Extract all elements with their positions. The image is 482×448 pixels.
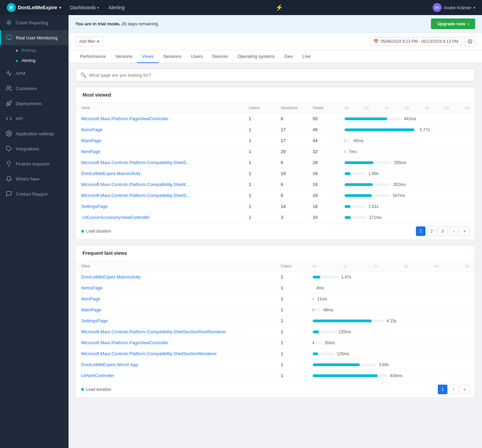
- views-cell: 16: [307, 190, 339, 201]
- view-link[interactable]: DontLetMeExpire.WinUI.App: [76, 359, 275, 370]
- filter-settings-button[interactable]: [465, 36, 475, 47]
- bar-cell: 3.69s: [307, 359, 475, 370]
- sidebar-sub-settings[interactable]: Settings: [0, 45, 69, 55]
- tab-operating-systems[interactable]: Operating systems: [233, 50, 280, 63]
- view-link[interactable]: SettingsPage: [76, 315, 275, 326]
- bell-icon: [5, 175, 12, 182]
- add-filter-icon: +: [97, 39, 99, 44]
- view-link[interactable]: Microsoft.Maui.Controls.Platform.Compati…: [76, 179, 243, 190]
- tab-versions[interactable]: Versions: [110, 50, 137, 63]
- view-link[interactable]: Microsoft.Maui.Controls.Platform.Compati…: [76, 157, 243, 168]
- active-bar: [0, 30, 1, 45]
- page-btn-1[interactable]: 1: [416, 226, 425, 236]
- sessions-cell: 6: [275, 190, 307, 201]
- page-btn-next[interactable]: ›: [449, 226, 458, 236]
- sidebar-item-app-settings[interactable]: Application settings: [0, 126, 69, 141]
- flv-page-btn-last[interactable]: »: [460, 385, 469, 394]
- sessions-cell: 3: [275, 212, 307, 223]
- frequent-last-views-table-wrapper: View Users 0s 1s 2s 3s 4s 5s: [76, 261, 475, 381]
- sidebar-item-apm[interactable]: APM: [0, 66, 69, 81]
- users-cell: 1: [243, 157, 275, 168]
- view-link[interactable]: SettingsPage: [76, 201, 243, 212]
- add-filter-label: Add filter: [79, 39, 95, 44]
- bar-label: 1.60s: [368, 171, 378, 176]
- bar-cell: 135ms: [307, 326, 475, 337]
- view-link[interactable]: Microsoft.Maui.Controls.Platform.Compati…: [76, 190, 243, 201]
- flv-load-duration: Load duration: [81, 387, 111, 392]
- settings-icon: [468, 39, 472, 44]
- calendar-icon: 📅: [373, 39, 379, 44]
- users-icon: [5, 85, 12, 92]
- sidebar-item-api[interactable]: API: [0, 111, 69, 126]
- users-cell: 1: [275, 283, 307, 294]
- user-menu[interactable]: AK André Krämer ▾: [430, 2, 478, 13]
- brand-menu[interactable]: R DontLetMeExpire ▾: [4, 2, 64, 13]
- dashboards-chevron: ▾: [97, 6, 99, 10]
- tab-sessions[interactable]: Sessions: [159, 50, 186, 63]
- view-link[interactable]: ItemPage: [76, 294, 275, 304]
- lightbulb-icon: [5, 160, 12, 167]
- sidebar-item-customers[interactable]: Customers: [0, 81, 69, 96]
- page-btn-last[interactable]: »: [460, 226, 469, 236]
- nav-alerting[interactable]: Alerting: [105, 3, 128, 12]
- view-link[interactable]: Microsoft.Maui.Platform.PageViewControll…: [76, 113, 243, 124]
- table-row: DontLetMeExpire.MainActivity 1 18 18 1.6…: [76, 168, 475, 179]
- flv-page-btn-1[interactable]: 1: [438, 385, 447, 394]
- sidebar-item-rum[interactable]: Real User Monitoring: [0, 30, 69, 45]
- add-filter-button[interactable]: Add filter +: [75, 37, 103, 46]
- view-link[interactable]: MainPage: [76, 135, 243, 146]
- view-link[interactable]: ItemPage: [76, 146, 243, 157]
- sidebar-item-crash-reporting[interactable]: Crash Reporting: [0, 15, 69, 30]
- tab-devices[interactable]: Devices: [207, 50, 233, 63]
- view-link[interactable]: UIAlertController: [76, 370, 275, 381]
- sidebar-sub-alerting[interactable]: Alerting: [0, 55, 69, 66]
- users-cell: 1: [243, 179, 275, 190]
- tab-users[interactable]: Users: [186, 50, 208, 63]
- chart-icon: [5, 70, 12, 77]
- view-link[interactable]: ItemsPage: [76, 283, 275, 294]
- tab-live[interactable]: Live: [298, 50, 316, 63]
- tab-geo[interactable]: Geo: [280, 50, 298, 63]
- alerting-dot: [16, 60, 18, 62]
- bar-cell: 1.61s: [339, 201, 475, 212]
- date-range-picker[interactable]: 📅 05/06/2024 8:13 PM - 05/13/2024 8:13 P…: [370, 37, 462, 46]
- view-link[interactable]: Microsoft.Maui.Platform.PageViewControll…: [76, 337, 275, 348]
- view-link[interactable]: DontLetMeExpire.MainActivity: [76, 168, 243, 179]
- sidebar-item-whats-new[interactable]: What's New: [0, 171, 69, 186]
- sidebar-item-feature-requests[interactable]: Feature requests: [0, 156, 69, 171]
- view-link[interactable]: .UICursorAccessoryViewController: [76, 212, 243, 223]
- brand-chevron: ▾: [59, 6, 61, 10]
- users-cell: 1: [275, 337, 307, 348]
- table-row: Microsoft.Maui.Controls.Platform.Compati…: [76, 157, 475, 168]
- bar-cell: 1.47s: [307, 272, 475, 283]
- bar-cell: 4ms: [307, 283, 475, 294]
- users-cell: 1: [243, 190, 275, 201]
- view-link[interactable]: MainPage: [76, 304, 275, 315]
- view-link[interactable]: Microsoft.Maui.Controls.Platform.Compati…: [76, 326, 275, 337]
- tab-views[interactable]: Views: [137, 50, 158, 63]
- sidebar-item-integrations[interactable]: Integrations: [0, 141, 69, 156]
- bar-label: 7ms: [349, 149, 357, 154]
- sidebar-item-contact-raygun[interactable]: Contact Raygun: [0, 186, 69, 201]
- lightning-icon[interactable]: ⚡: [275, 4, 283, 11]
- page-btn-2[interactable]: 2: [427, 226, 436, 236]
- bar-label: 352ms: [393, 182, 406, 187]
- flv-page-btn-next[interactable]: ›: [449, 385, 458, 394]
- sessions-cell: 6: [275, 157, 307, 168]
- bar-cell: 55ms: [307, 337, 475, 348]
- search-input[interactable]: [89, 73, 470, 78]
- table-row: DontLetMeExpire.WinUI.App 1 3.69s: [76, 359, 475, 370]
- upgrade-button[interactable]: Upgrade now ›: [431, 18, 475, 29]
- search-icon: 🔍: [81, 72, 86, 78]
- views-cell: 16: [307, 179, 339, 190]
- view-link[interactable]: ItemsPage: [76, 124, 243, 135]
- tab-performance[interactable]: Performance: [75, 50, 110, 63]
- svg-point-7: [469, 41, 471, 42]
- view-link[interactable]: DontLetMeExpire.MainActivity: [76, 272, 275, 283]
- page-btn-3[interactable]: 3: [438, 226, 447, 236]
- nav-dashboards[interactable]: Dashboards ▾: [66, 3, 102, 12]
- view-link[interactable]: Microsoft.Maui.Controls.Platform.Compati…: [76, 348, 275, 359]
- bar-label: 1.61s: [368, 204, 378, 209]
- flv-pagination: Load duration 1 › »: [76, 381, 475, 398]
- sidebar-item-deployments[interactable]: Deployments: [0, 96, 69, 111]
